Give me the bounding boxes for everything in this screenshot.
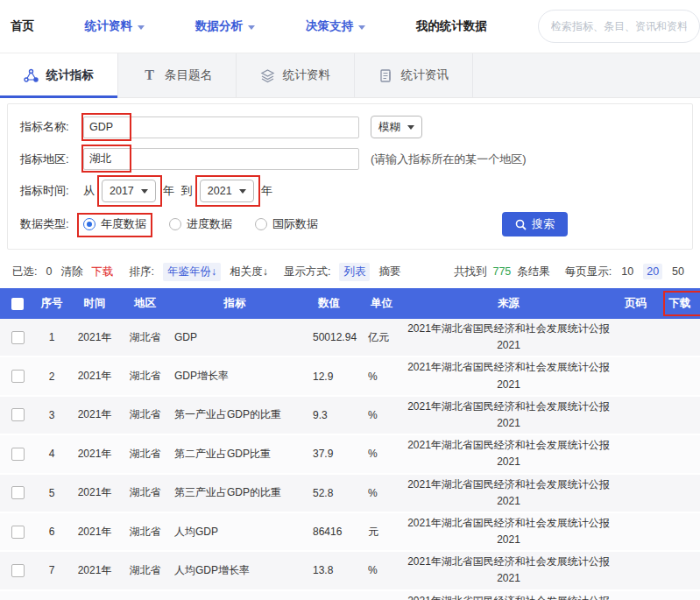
cell-no: 1 xyxy=(35,319,68,356)
sort-by-yearbook-year[interactable]: 年鉴年份↓ xyxy=(163,263,221,281)
display-list-option[interactable]: 列表 xyxy=(339,263,370,281)
row-checkbox[interactable] xyxy=(11,564,25,577)
cell-no: 8 xyxy=(35,591,68,600)
global-search-box[interactable] xyxy=(538,10,700,43)
cell-value: 13.8 xyxy=(301,552,357,589)
tab-stat-news[interactable]: 统计资讯 xyxy=(355,53,473,97)
cell-no: 3 xyxy=(35,397,68,434)
cell-region: 湖北省 xyxy=(121,357,169,394)
table-row: 4 2021年 湖北省 第二产业占GDP比重 37.9 % 2021年湖北省国民… xyxy=(0,435,700,474)
nav-my-data-label: 我的统计数据 xyxy=(416,18,487,34)
nav-decision-support-label: 决策支持 xyxy=(306,18,353,34)
clear-selection-link[interactable]: 清除 xyxy=(60,265,82,279)
cell-time: 2021年 xyxy=(68,319,121,356)
header-value: 数值 xyxy=(301,294,357,313)
radio-annual-label: 年度数据 xyxy=(101,216,146,232)
download-selected-link[interactable]: 下载 xyxy=(91,265,113,279)
cell-page xyxy=(612,513,660,550)
cell-page xyxy=(612,397,660,434)
type-label: 数据类型: xyxy=(20,216,83,232)
nav-stat-materials-label: 统计资料 xyxy=(85,18,132,34)
nav-item-home[interactable]: 首页 xyxy=(11,18,34,34)
table-row: 6 2021年 湖北省 人均GDP 86416 元 2021年湖北省国民经济和社… xyxy=(0,513,700,552)
row-checkbox[interactable] xyxy=(11,526,25,539)
header-time: 时间 xyxy=(68,294,121,313)
header-download: 下载 xyxy=(669,296,691,311)
cell-region: 湖北省 xyxy=(121,435,169,472)
year-from-select[interactable]: 2017 xyxy=(102,180,156,202)
nav-item-decision-support[interactable]: 决策支持 xyxy=(306,18,365,34)
cell-source: 2021年湖北省国民经济和社会发展统计公报2021 xyxy=(407,593,610,600)
source-year: 2021 xyxy=(497,533,520,546)
tab-stat-materials[interactable]: 统计资料 xyxy=(237,53,355,97)
cell-region: 湖北省 xyxy=(121,552,169,589)
cell-time: 2021年 xyxy=(68,475,121,512)
cell-page xyxy=(612,357,660,394)
row-checkbox[interactable] xyxy=(11,486,25,499)
radio-annual-data[interactable]: 年度数据 xyxy=(83,216,146,232)
cell-indicator: 万元GDP用水量 xyxy=(169,591,301,600)
tab-entry-title[interactable]: T 条目题名 xyxy=(118,53,237,97)
cell-time: 2021年 xyxy=(68,591,121,600)
row-checkbox[interactable] xyxy=(11,448,25,461)
per-page-20[interactable]: 20 xyxy=(643,264,662,279)
cell-value: 37.9 xyxy=(301,435,357,472)
source-year: 2021 xyxy=(497,417,520,429)
cell-time: 2021年 xyxy=(68,397,121,434)
search-button[interactable]: 搜索 xyxy=(502,212,568,236)
tab-stat-news-label: 统计资讯 xyxy=(401,67,449,83)
cell-unit: % xyxy=(357,475,406,512)
year-word-1: 年 xyxy=(163,183,174,199)
search-form-panel: 指标名称: 模糊 指标地区: (请输入指标所在的某一个地区) 指标时间: 从 2… xyxy=(7,103,693,250)
table-header-row: 序号 时间 地区 指标 数值 单位 来源 页码 下载 xyxy=(0,288,700,319)
per-page-50[interactable]: 50 xyxy=(668,264,688,279)
magnifier-icon xyxy=(515,219,527,230)
nav-item-data-analysis[interactable]: 数据分析 xyxy=(195,18,255,34)
cell-indicator: GDP增长率 xyxy=(169,357,301,394)
cell-page xyxy=(612,591,660,600)
global-search-input[interactable] xyxy=(551,20,687,32)
tab-stat-indicators[interactable]: 统计指标 xyxy=(0,53,118,97)
match-mode-select[interactable]: 模糊 xyxy=(371,116,422,138)
radio-unselected-icon xyxy=(169,218,181,230)
source-year: 2021 xyxy=(497,339,520,351)
sort-by-relevance[interactable]: 相关度↓ xyxy=(230,265,268,279)
cell-time: 2021年 xyxy=(68,357,121,394)
radio-progress-data[interactable]: 进度数据 xyxy=(169,216,232,232)
form-row-name: 指标名称: 模糊 xyxy=(20,116,680,138)
region-hint: (请输入指标所在的某一个地区) xyxy=(371,152,527,167)
select-all-checkbox[interactable] xyxy=(11,298,24,310)
cell-unit: 亿元 xyxy=(357,319,406,356)
year-to-select[interactable]: 2021 xyxy=(200,180,254,202)
source-year: 2021 xyxy=(497,378,520,391)
cell-indicator: 人均GDP增长率 xyxy=(169,552,301,589)
indicator-name-input[interactable] xyxy=(83,116,359,138)
source-title: 2021年湖北省国民经济和社会发展统计公报 xyxy=(407,322,610,335)
header-no: 序号 xyxy=(35,294,68,313)
cell-source: 2021年湖北省国民经济和社会发展统计公报2021 xyxy=(407,321,610,354)
news-icon xyxy=(378,68,393,83)
row-checkbox[interactable] xyxy=(11,408,25,421)
row-checkbox[interactable] xyxy=(11,331,25,344)
cell-time: 2021年 xyxy=(68,513,121,550)
cell-no: 7 xyxy=(35,552,68,589)
chevron-down-icon xyxy=(138,25,145,30)
display-summary-option[interactable]: 摘要 xyxy=(378,265,400,279)
cell-region: 湖北省 xyxy=(121,397,169,434)
cell-value: 12.9 xyxy=(301,357,357,394)
nav-item-my-data[interactable]: 我的统计数据 xyxy=(416,18,487,34)
indicator-region-input[interactable] xyxy=(83,148,359,170)
cell-region: 湖北省 xyxy=(121,513,169,550)
cell-page xyxy=(612,552,660,589)
cell-region: 湖北省 xyxy=(121,319,169,356)
radio-international-data[interactable]: 国际数据 xyxy=(255,216,318,232)
source-year: 2021 xyxy=(497,495,520,507)
year-word-2: 年 xyxy=(261,183,272,199)
per-page-10[interactable]: 10 xyxy=(618,264,637,279)
nav-home-label: 首页 xyxy=(11,18,34,34)
radio-unselected-icon xyxy=(255,218,267,230)
cell-unit: 立方米 xyxy=(357,591,406,600)
nav-item-stat-materials[interactable]: 统计资料 xyxy=(85,18,145,34)
cell-page xyxy=(612,319,660,356)
row-checkbox[interactable] xyxy=(11,370,25,383)
